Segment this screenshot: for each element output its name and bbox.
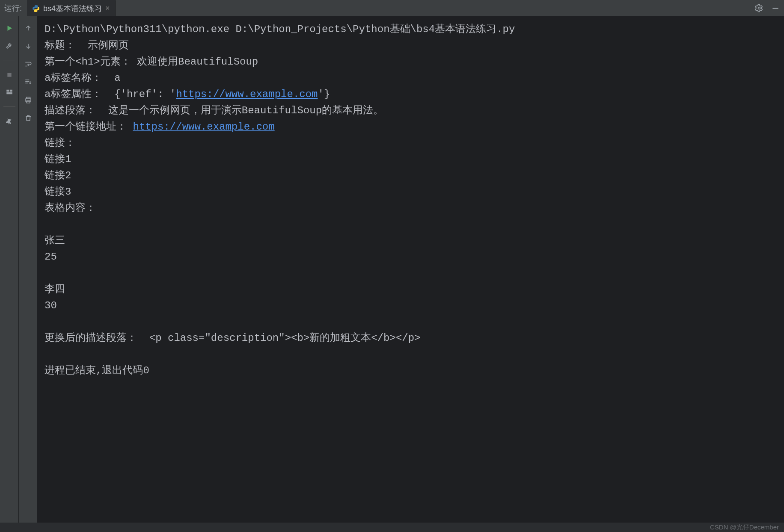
tab-title: bs4基本语法练习 [43, 3, 102, 14]
output-line [45, 346, 777, 363]
output-line [45, 216, 777, 233]
output-line: a标签名称： a [45, 70, 777, 86]
soft-wrap-icon[interactable] [24, 60, 33, 68]
output-line: 链接1 [45, 151, 777, 168]
output-line: 链接： [45, 135, 777, 151]
output-line: 第一个<h1>元素： 欢迎使用BeautifulSoup [45, 54, 777, 70]
output-line: 更换后的描述段落： <p class="description"><b>新的加粗… [45, 330, 777, 346]
output-line: 30 [45, 298, 777, 314]
print-icon[interactable] [24, 96, 33, 104]
output-line: 李四 [45, 281, 777, 298]
output-line: 进程已结束,退出代码0 [45, 363, 777, 379]
left-sidebar [0, 16, 19, 523]
output-line: 标题： 示例网页 [45, 38, 777, 54]
stop-icon[interactable] [5, 71, 14, 79]
output-line: 描述段落： 这是一个示例网页，用于演示BeautifulSoup的基本用法。 [45, 103, 777, 119]
output-line: 表格内容： [45, 200, 777, 216]
scroll-up-icon[interactable] [24, 24, 33, 33]
url-link[interactable]: https://www.example.com [133, 121, 274, 133]
output-line: 链接3 [45, 184, 777, 200]
svg-rect-1 [772, 8, 778, 9]
svg-rect-3 [6, 90, 9, 92]
output-line [45, 265, 777, 281]
python-icon [32, 5, 40, 12]
run-label: 运行: [4, 3, 22, 13]
output-line: D:\Python\Python311\python.exe D:\Python… [45, 21, 777, 38]
svg-rect-4 [9, 90, 12, 92]
minimize-icon[interactable] [771, 4, 780, 12]
output-line: 链接2 [45, 168, 777, 184]
run-icon[interactable] [5, 24, 14, 33]
output-line: 25 [45, 249, 777, 265]
svg-rect-5 [6, 92, 12, 95]
run-tab[interactable]: bs4基本语法练习 × [27, 0, 116, 16]
close-icon[interactable]: × [105, 4, 110, 13]
scroll-down-icon[interactable] [24, 42, 33, 50]
footer: CSDN @光仔December [0, 523, 784, 532]
output-line: 张三 [45, 233, 777, 249]
url-link[interactable]: https://www.example.com [176, 89, 318, 100]
console-gutter [19, 16, 38, 523]
layout-icon[interactable] [5, 88, 14, 96]
svg-rect-2 [7, 73, 11, 77]
gear-icon[interactable] [755, 4, 763, 12]
output-line [45, 314, 777, 330]
output-line: 第一个链接地址： https://www.example.com [45, 119, 777, 135]
trash-icon[interactable] [24, 114, 33, 122]
output-line: a标签属性： {'href': 'https://www.example.com… [45, 86, 777, 103]
scroll-to-end-icon[interactable] [24, 78, 33, 86]
console-output[interactable]: D:\Python\Python311\python.exe D:\Python… [38, 16, 784, 523]
pin-icon[interactable] [5, 117, 14, 126]
wrench-icon[interactable] [5, 41, 14, 50]
svg-point-0 [758, 7, 760, 9]
watermark: CSDN @光仔December [710, 523, 779, 532]
top-bar: 运行: bs4基本语法练习 × [0, 0, 784, 16]
